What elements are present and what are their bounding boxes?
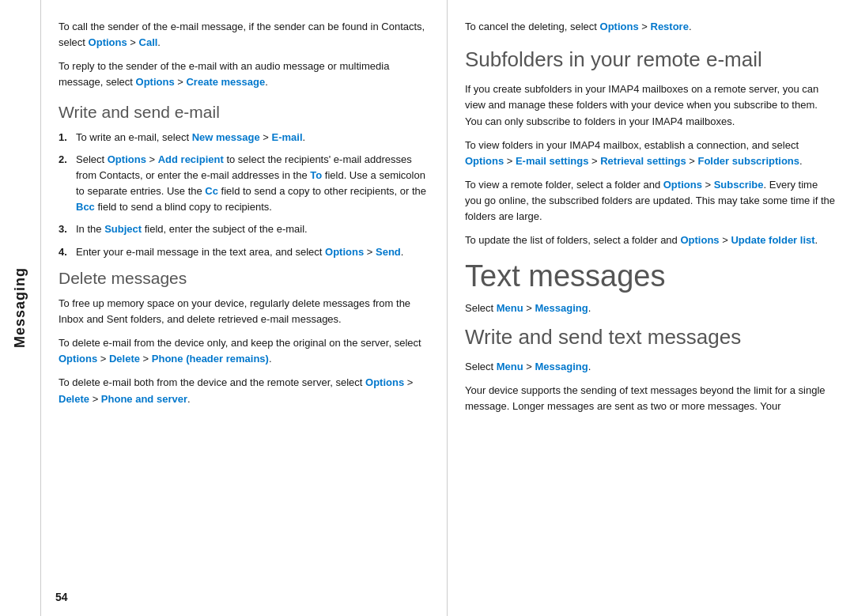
- email-settings-link[interactable]: E-mail settings: [516, 155, 588, 167]
- update-folder-link[interactable]: Update folder list: [731, 234, 814, 246]
- phone-and-server-link[interactable]: Phone and server: [101, 393, 187, 405]
- list-num-2: 2.: [59, 152, 67, 168]
- options-link-5[interactable]: Options: [59, 353, 97, 365]
- left-column: To call the sender of the e-mail message…: [41, 0, 448, 616]
- write-send-text-para: Select Menu > Messaging.: [465, 359, 837, 375]
- write-send-heading: Write and send e-mail: [59, 102, 429, 122]
- messaging-link-1[interactable]: Messaging: [535, 302, 588, 314]
- right-intro-block: To cancel the deleting, select Options >…: [465, 19, 837, 35]
- right-column: To cancel the deleting, select Options >…: [448, 0, 854, 616]
- content-area: To call the sender of the e-mail message…: [41, 0, 854, 616]
- list-item-4: 4. Enter your e-mail message in the text…: [59, 244, 429, 260]
- cancel-para: To cancel the deleting, select Options >…: [465, 19, 837, 35]
- menu-link-2[interactable]: Menu: [497, 361, 523, 372]
- bcc-link[interactable]: Bcc: [76, 201, 95, 213]
- subfolders-para-4: To update the list of folders, select a …: [465, 232, 837, 248]
- options-link-4[interactable]: Options: [325, 246, 364, 258]
- list-num-3: 3.: [59, 221, 67, 237]
- list-num-4: 4.: [59, 244, 67, 260]
- subfolders-para-3: To view a remote folder, select a folder…: [465, 177, 837, 225]
- text-messages-heading: Text messages: [465, 260, 837, 293]
- list-item-3: 3. In the Subject field, enter the subje…: [59, 221, 429, 237]
- options-link-2[interactable]: Options: [136, 76, 175, 88]
- page-number-area: 54: [41, 591, 68, 603]
- messaging-link-2[interactable]: Messaging: [535, 361, 588, 372]
- folder-subscriptions-link[interactable]: Folder subscriptions: [697, 155, 799, 167]
- page-container: Messaging To call the sender of the e-ma…: [0, 0, 854, 616]
- options-link-8[interactable]: Options: [465, 155, 504, 167]
- phone-header-link[interactable]: Phone (header remains): [152, 353, 269, 365]
- options-link-10[interactable]: Options: [680, 234, 719, 246]
- subfolders-para-1: If you create subfolders in your IMAP4 m…: [465, 81, 837, 129]
- subfolders-heading: Subfolders in your remote e-mail: [465, 47, 837, 72]
- new-message-link[interactable]: New message: [192, 131, 260, 143]
- restore-link[interactable]: Restore: [651, 21, 689, 32]
- write-send-text-heading: Write and send text messages: [465, 325, 837, 350]
- to-link[interactable]: To: [310, 169, 322, 181]
- subject-link[interactable]: Subject: [104, 223, 142, 235]
- list-item-1: 1. To write an e-mail, select New messag…: [59, 130, 429, 145]
- subscribe-link[interactable]: Subscribe: [714, 179, 764, 191]
- delete-para-1: To free up memory space on your device, …: [59, 296, 429, 327]
- delete-link-2[interactable]: Delete: [59, 393, 89, 405]
- subfolders-para-2: To view folders in your IMAP4 mailbox, e…: [465, 138, 837, 169]
- options-link-9[interactable]: Options: [663, 179, 702, 191]
- email-link[interactable]: E-mail: [272, 131, 303, 143]
- delete-heading: Delete messages: [59, 268, 429, 288]
- options-link-6[interactable]: Options: [365, 376, 404, 388]
- list-num-1: 1.: [59, 130, 67, 145]
- cc-link[interactable]: Cc: [205, 185, 218, 197]
- list-item-2: 2. Select Options > Add recipient to sel…: [59, 152, 429, 216]
- intro-para-2: To reply to the sender of the e-mail wit…: [59, 59, 429, 90]
- options-link-1[interactable]: Options: [89, 36, 127, 48]
- write-send-text-body: Your device supports the sending of text…: [465, 383, 837, 414]
- options-link-3[interactable]: Options: [108, 153, 146, 165]
- delete-para-3: To delete e-mail both from the device an…: [59, 375, 429, 406]
- send-link[interactable]: Send: [376, 246, 401, 258]
- delete-link-1[interactable]: Delete: [109, 353, 140, 365]
- sidebar-label: Messaging: [12, 267, 28, 348]
- text-messages-para: Select Menu > Messaging.: [465, 300, 837, 316]
- options-link-7[interactable]: Options: [600, 21, 639, 32]
- page-number: 54: [55, 591, 68, 603]
- intro-para-1: To call the sender of the e-mail message…: [59, 19, 429, 51]
- call-link[interactable]: Call: [139, 36, 158, 48]
- sidebar: Messaging: [0, 0, 41, 616]
- add-recipient-link[interactable]: Add recipient: [158, 153, 224, 165]
- menu-link-1[interactable]: Menu: [497, 302, 523, 314]
- intro-block: To call the sender of the e-mail message…: [59, 19, 429, 91]
- create-message-link[interactable]: Create message: [186, 76, 265, 88]
- retrieval-settings-link[interactable]: Retrieval settings: [600, 155, 686, 167]
- delete-para-2: To delete e-mail from the device only, a…: [59, 335, 429, 367]
- write-send-list: 1. To write an e-mail, select New messag…: [59, 130, 429, 260]
